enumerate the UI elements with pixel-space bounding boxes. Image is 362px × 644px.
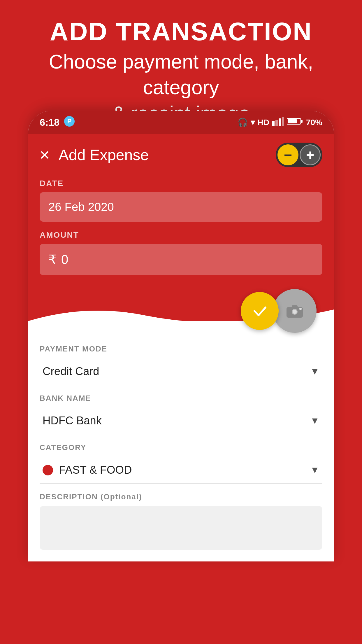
svg-point-12: [293, 310, 297, 314]
headset-icon: 🎧: [238, 118, 248, 127]
rupee-symbol: ₹: [48, 252, 57, 267]
status-app-icon: P: [64, 116, 75, 129]
svg-rect-5: [282, 117, 284, 126]
svg-rect-2: [272, 121, 275, 126]
payment-mode-chevron-icon: ▼: [310, 366, 319, 377]
confirm-fab-button[interactable]: [241, 292, 279, 330]
status-bar: 6:18 P 🎧 ▾ HD: [28, 111, 334, 134]
wave-divider: [28, 298, 334, 333]
expense-income-toggle[interactable]: − +: [276, 143, 322, 167]
payment-mode-dropdown[interactable]: Credit Card ▼: [40, 358, 322, 385]
phone-frame: 6:18 P 🎧 ▾ HD: [28, 111, 334, 561]
description-input[interactable]: [40, 506, 322, 550]
svg-rect-4: [279, 118, 281, 126]
expense-toggle-button[interactable]: −: [277, 144, 298, 165]
category-value: FAST & FOOD: [59, 464, 132, 476]
svg-rect-13: [292, 305, 298, 308]
category-color-dot: [43, 465, 53, 475]
hd-label: HD: [258, 118, 269, 127]
date-label: DATE: [40, 179, 322, 188]
svg-rect-7: [301, 120, 303, 123]
category-dropdown[interactable]: FAST & FOOD ▼: [40, 457, 322, 484]
payment-mode-label: PAYMENT MODE: [40, 344, 322, 354]
page-title: ADD TRANSACTION: [12, 18, 350, 46]
close-button[interactable]: ×: [40, 146, 50, 164]
bank-name-chevron-icon: ▼: [310, 415, 319, 426]
wifi-icon: ▾: [251, 118, 255, 127]
bank-name-label: BANK NAME: [40, 394, 322, 403]
battery-percent: 70%: [306, 118, 322, 127]
signal-icon: [272, 117, 284, 128]
description-label: DESCRIPTION (Optional): [40, 492, 322, 501]
svg-rect-3: [275, 120, 278, 126]
svg-rect-8: [288, 119, 297, 123]
amount-value: 0: [61, 252, 68, 267]
form-white-section: PAYMENT MODE Credit Card ▼ BANK NAME HDF…: [28, 333, 334, 561]
bank-name-value: HDFC Bank: [43, 414, 102, 427]
camera-fab-button[interactable]: [273, 289, 317, 333]
status-time: 6:18: [40, 117, 59, 128]
svg-point-14: [299, 308, 302, 310]
category-chevron-icon: ▼: [310, 465, 319, 475]
app-bar-title: Add Expense: [59, 146, 149, 164]
date-input[interactable]: [40, 192, 322, 222]
payment-mode-value: Credit Card: [43, 365, 99, 378]
amount-label: AMOUNT: [40, 230, 322, 240]
battery-label: [287, 117, 303, 127]
bank-name-dropdown[interactable]: HDFC Bank ▼: [40, 407, 322, 434]
form-red-section: DATE AMOUNT ₹ 0: [28, 176, 334, 298]
category-label: CATEGORY: [40, 443, 322, 452]
amount-field-container: ₹ 0: [40, 244, 322, 275]
app-bar: × Add Expense − +: [28, 134, 334, 176]
income-toggle-button[interactable]: +: [300, 144, 321, 165]
svg-text:P: P: [67, 118, 72, 125]
